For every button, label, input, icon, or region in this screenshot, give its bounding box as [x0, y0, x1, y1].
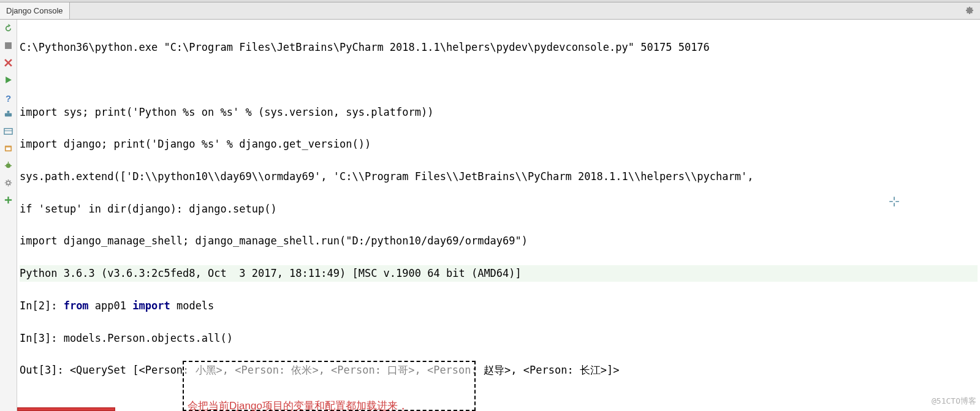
in2-prompt: In[2]:: [20, 300, 64, 312]
bug-icon: [4, 161, 13, 173]
svg-point-11: [7, 181, 10, 184]
browse-history-button[interactable]: [2, 143, 15, 156]
annotation-line1: 会把当前Django项目的变量和配置都加载进来，: [188, 398, 471, 411]
console-out3: Out[3]: <QuerySet [<Person: 小黑>, <Person…: [20, 362, 978, 378]
gear-icon: [964, 6, 974, 17]
stop-button[interactable]: [2, 40, 15, 53]
svg-rect-2: [7, 110, 10, 113]
in2-mid: app01: [89, 300, 133, 312]
red-bar-decoration: [17, 407, 115, 411]
help-button[interactable]: ?: [2, 92, 15, 104]
console-line-4: if 'setup' in dir(django): django.setup(…: [20, 201, 978, 217]
svg-rect-1: [5, 113, 12, 116]
console-blank: [20, 72, 978, 88]
console-cmd-line: C:\Python36\python.exe "C:\Program Files…: [20, 39, 978, 55]
rerun-icon: [4, 24, 13, 36]
in2-kw1: from: [64, 300, 89, 312]
attach-debugger-button[interactable]: [2, 109, 15, 121]
console-line-3: sys.path.extend(['D:\\python10\\day69\\o…: [20, 168, 978, 184]
new-console-button[interactable]: [2, 195, 15, 207]
variables-icon: [4, 127, 13, 138]
run-button[interactable]: [2, 75, 15, 87]
svg-rect-0: [5, 42, 12, 49]
console-toolbar: ?: [0, 20, 17, 411]
help-icon: ?: [6, 93, 11, 104]
settings-button[interactable]: [2, 178, 15, 190]
debug-button[interactable]: [2, 160, 15, 173]
main-area: ? C:\Python36\python.exe "C:\Program Fil…: [0, 20, 980, 411]
svg-rect-3: [4, 128, 12, 134]
console-line-1: import sys; print('Python %s on %s' % (s…: [20, 104, 978, 120]
in2-kw2: import: [132, 300, 170, 312]
attach-icon: [4, 110, 13, 121]
console-in2: In[2]: from app01 import models: [20, 298, 978, 314]
svg-point-7: [6, 163, 11, 168]
cursor-marker-icon: [845, 175, 900, 232]
tab-title: Django Console: [6, 6, 63, 15]
play-icon: [4, 75, 12, 86]
console-output[interactable]: C:\Python36\python.exe "C:\Program Files…: [17, 20, 980, 411]
history-icon: [4, 144, 13, 156]
annotation-overlay: 会把当前Django项目的变量和配置都加载进来， 我们可以直接使用项目的各种模块…: [183, 361, 476, 411]
show-variables-button[interactable]: [2, 126, 15, 138]
console-in3: In[3]: models.Person.objects.all(): [20, 330, 978, 346]
rerun-button[interactable]: [2, 23, 15, 36]
watermark-text: @51CTO博客: [932, 395, 976, 407]
console-line-5: import django_manage_shell; django_manag…: [20, 233, 978, 249]
console-line-2: import django; print('Django %s' % djang…: [20, 136, 978, 152]
close-button[interactable]: [2, 58, 15, 70]
plus-icon: [4, 195, 13, 207]
in2-end: models: [170, 300, 215, 312]
settings-icon: [4, 178, 13, 190]
console-blank2: [20, 394, 978, 410]
django-console-tab[interactable]: Django Console: [0, 2, 70, 19]
console-version-line: Python 3.6.3 (v3.6.3:2c5fed8, Oct 3 2017…: [20, 265, 978, 281]
settings-gear-button[interactable]: [958, 2, 980, 20]
svg-rect-6: [6, 147, 11, 150]
close-icon: [4, 58, 12, 69]
stop-icon: [4, 41, 12, 52]
console-tab-bar: Django Console: [0, 2, 980, 20]
